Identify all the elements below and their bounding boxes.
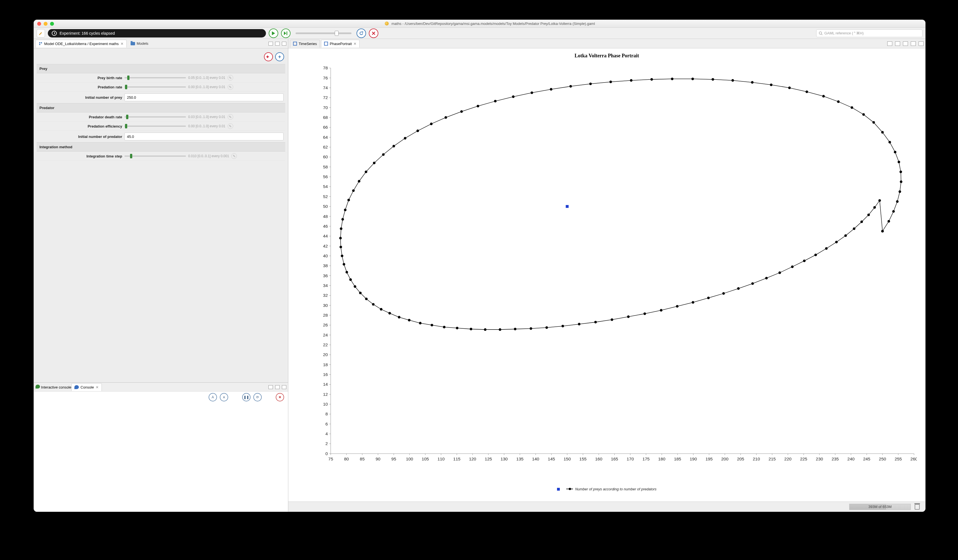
edit-param-icon[interactable]: ✎ <box>228 114 233 120</box>
tab-console[interactable]: Console ✕ <box>71 383 102 391</box>
svg-point-217 <box>341 255 343 257</box>
tab-timeseries[interactable]: TimeSeries <box>290 40 320 48</box>
svg-point-187 <box>712 78 714 81</box>
experiment-status[interactable]: Experiment: 166 cycles elapsed <box>48 29 266 38</box>
minimize-window-button[interactable] <box>44 22 48 26</box>
param-group-header[interactable]: Integration method <box>36 143 285 152</box>
left-tabbar: Model ODE_LotkaVolterra / Experiment mat… <box>34 39 288 48</box>
svg-text:62: 62 <box>323 144 328 149</box>
maximize-view-icon[interactable] <box>282 42 286 46</box>
svg-point-233 <box>470 328 472 330</box>
speed-slider[interactable] <box>295 32 352 34</box>
svg-text:38: 38 <box>323 263 328 268</box>
svg-point-245 <box>660 309 663 312</box>
param-group-header[interactable]: Prey <box>36 64 285 73</box>
svg-point-177 <box>872 121 875 124</box>
pause-console-button[interactable]: ❚❚ <box>242 393 251 401</box>
display-icon <box>293 42 297 46</box>
svg-point-174 <box>894 151 896 153</box>
svg-point-176 <box>881 131 883 133</box>
chat-icon <box>35 385 40 389</box>
svg-point-234 <box>484 328 487 331</box>
svg-text:255: 255 <box>895 457 902 461</box>
tab-models[interactable]: Models <box>128 41 151 46</box>
svg-point-193 <box>589 82 592 85</box>
plot[interactable]: 0246810121416182022242628303234363840424… <box>314 65 917 471</box>
step-button[interactable] <box>281 29 290 38</box>
svg-point-182 <box>806 90 808 93</box>
maximize-view-icon[interactable] <box>918 41 924 46</box>
svg-point-175 <box>888 141 891 143</box>
toggle-side-icon[interactable] <box>895 41 900 46</box>
tab-phaseportrait[interactable]: PhasePortrait ✕ <box>321 40 360 48</box>
close-tab-icon[interactable]: ✕ <box>121 42 124 46</box>
edit-param-icon[interactable]: ✎ <box>228 84 233 90</box>
svg-point-243 <box>627 316 630 318</box>
view-menu-icon[interactable] <box>268 385 273 389</box>
svg-text:12: 12 <box>323 392 328 397</box>
add-param-button[interactable]: + <box>275 52 284 61</box>
edit-source-button[interactable] <box>36 29 45 38</box>
tab-interactive-console[interactable]: Interactive console <box>35 385 71 389</box>
param-slider[interactable] <box>124 125 186 127</box>
svg-text:22: 22 <box>323 343 328 347</box>
param-slider[interactable] <box>124 86 186 87</box>
param-label: Predation rate <box>38 85 122 89</box>
svg-text:30: 30 <box>323 303 328 308</box>
reference-search[interactable]: GAML reference (⌃⌘H) <box>816 29 923 37</box>
svg-point-261 <box>860 221 863 223</box>
svg-point-171 <box>900 181 902 183</box>
param-slider[interactable] <box>124 155 186 157</box>
param-input[interactable] <box>124 133 284 140</box>
svg-point-212 <box>344 209 346 211</box>
param-input[interactable] <box>124 94 284 101</box>
edit-param-icon[interactable]: ✎ <box>231 153 237 159</box>
view-menu-icon[interactable] <box>268 42 273 46</box>
svg-text:260: 260 <box>910 457 917 461</box>
svg-text:145: 145 <box>548 457 555 461</box>
svg-point-197 <box>512 95 514 98</box>
svg-text:60: 60 <box>323 154 328 159</box>
edit-param-icon[interactable]: ✎ <box>228 75 233 81</box>
svg-point-256 <box>814 254 817 256</box>
tab-model-experiment[interactable]: Model ODE_LotkaVolterra / Experiment mat… <box>35 40 127 48</box>
close-tab-icon[interactable]: ✕ <box>354 42 357 46</box>
param-slider[interactable] <box>124 77 186 78</box>
close-window-button[interactable] <box>37 22 41 26</box>
memory-bar[interactable]: 393M of 653M <box>849 504 911 510</box>
edit-param-icon[interactable]: ✎ <box>228 123 233 129</box>
refresh-console-button[interactable]: ⟳ <box>253 393 262 401</box>
run-button[interactable] <box>269 29 278 38</box>
svg-text:240: 240 <box>847 457 855 461</box>
svg-text:90: 90 <box>376 457 380 461</box>
svg-point-184 <box>770 84 772 86</box>
minimize-view-icon[interactable] <box>911 41 916 46</box>
param-meta: 0.05 [0.0..1.0] every 0.01 <box>188 76 225 80</box>
svg-text:36: 36 <box>323 273 328 278</box>
gc-button[interactable] <box>915 504 920 510</box>
svg-point-222 <box>359 292 362 294</box>
snapshot-icon[interactable] <box>903 41 908 46</box>
toggle-overlay-icon[interactable] <box>887 41 892 46</box>
zoom-window-button[interactable] <box>50 22 54 26</box>
svg-text:68: 68 <box>323 115 328 120</box>
minimize-view-icon[interactable] <box>275 385 280 389</box>
close-tab-icon[interactable]: ✕ <box>96 385 99 389</box>
minimize-view-icon[interactable] <box>275 42 280 46</box>
param-slider[interactable] <box>124 116 186 117</box>
revert-params-button[interactable] <box>264 52 273 61</box>
increase-font-button[interactable]: A <box>209 393 217 401</box>
decrease-font-button[interactable]: A <box>220 393 228 401</box>
clear-console-button[interactable]: ✖ <box>276 393 284 401</box>
maximize-view-icon[interactable] <box>282 385 286 389</box>
app-icon <box>385 22 389 25</box>
svg-text:20: 20 <box>323 352 328 357</box>
statusbar: 393M of 653M <box>288 501 925 512</box>
svg-point-220 <box>349 278 352 281</box>
svg-point-263 <box>873 206 876 209</box>
svg-text:230: 230 <box>816 457 823 461</box>
stop-button[interactable] <box>369 29 378 38</box>
param-group-header[interactable]: Predator <box>36 103 285 113</box>
reload-button[interactable] <box>357 29 366 38</box>
svg-point-246 <box>676 305 678 308</box>
